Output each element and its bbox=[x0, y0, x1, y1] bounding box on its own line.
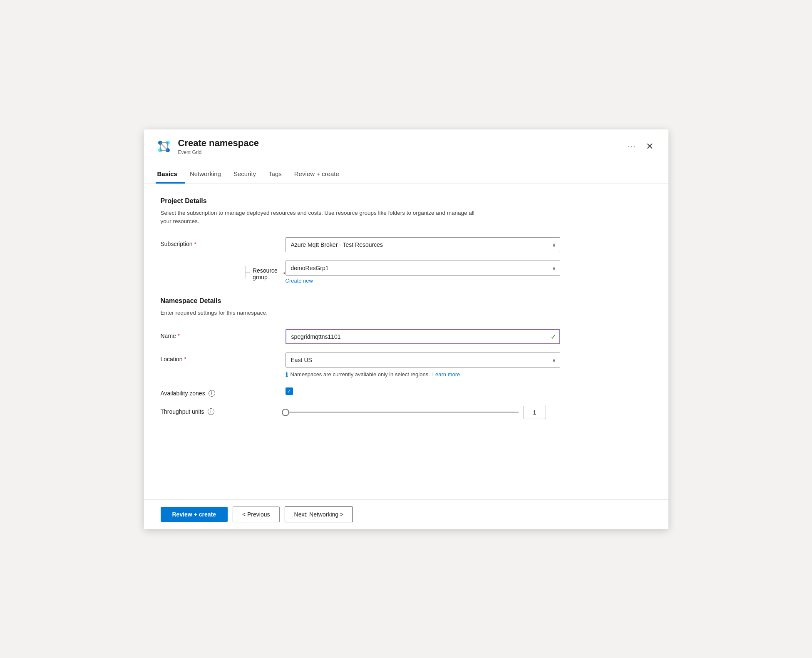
dialog-subtitle: Event Grid bbox=[178, 149, 623, 155]
review-create-button[interactable]: Review + create bbox=[161, 507, 228, 522]
dialog-footer: Review + create < Previous Next: Network… bbox=[144, 499, 668, 529]
location-label: Location * bbox=[161, 353, 286, 363]
tab-security[interactable]: Security bbox=[232, 165, 263, 184]
create-new-link[interactable]: Create new bbox=[286, 278, 313, 284]
availability-zones-checkbox[interactable]: ✓ bbox=[286, 387, 293, 395]
namespace-details-title: Namespace Details bbox=[161, 297, 652, 305]
dialog-title: Create namespace bbox=[178, 138, 623, 149]
event-grid-icon bbox=[156, 138, 172, 155]
location-info-icon: ℹ bbox=[286, 370, 288, 378]
close-button[interactable]: ✕ bbox=[643, 139, 657, 154]
location-required: * bbox=[184, 356, 186, 362]
project-details-title: Project Details bbox=[161, 197, 652, 205]
throughput-slider-wrap: 1 bbox=[286, 405, 560, 419]
namespace-details-desc: Enter required settings for this namespa… bbox=[161, 309, 485, 317]
resource-group-dropdown[interactable]: demoResGrp1 bbox=[286, 261, 560, 276]
subscription-label: Subscription * bbox=[161, 237, 286, 247]
learn-more-link[interactable]: Learn more bbox=[432, 371, 460, 377]
throughput-units-info-icon[interactable]: i bbox=[208, 408, 214, 415]
more-options-button[interactable]: ··· bbox=[628, 142, 636, 151]
slider-thumb[interactable] bbox=[282, 409, 289, 416]
header-title-group: Create namespace Event Grid bbox=[178, 138, 623, 155]
availability-zones-control: ✓ bbox=[286, 387, 560, 395]
location-dropdown[interactable]: East US bbox=[286, 353, 560, 367]
name-input[interactable] bbox=[286, 329, 560, 344]
availability-zones-label: Availability zones i bbox=[161, 387, 286, 397]
name-required: * bbox=[178, 333, 180, 339]
availability-zones-info-icon[interactable]: i bbox=[209, 390, 215, 397]
next-button[interactable]: Next: Networking > bbox=[285, 507, 353, 522]
availability-zones-row: Availability zones i ✓ bbox=[161, 387, 652, 397]
throughput-value-box: 1 bbox=[524, 406, 546, 419]
location-control: East US ∨ ℹ Namespaces are currently ava… bbox=[286, 353, 560, 378]
location-info-msg: ℹ Namespaces are currently available onl… bbox=[286, 370, 560, 378]
throughput-units-row: Throughput units i 1 bbox=[161, 405, 652, 419]
subscription-required: * bbox=[194, 241, 196, 247]
resource-group-control: demoResGrp1 ∨ Create new bbox=[286, 261, 560, 284]
throughput-units-control: 1 bbox=[286, 405, 560, 419]
project-details-section: Project Details Select the subscription … bbox=[161, 197, 652, 284]
availability-zones-checkbox-wrap: ✓ bbox=[286, 387, 560, 395]
name-row: Name * ✓ bbox=[161, 329, 652, 344]
name-input-wrap: ✓ bbox=[286, 329, 560, 344]
checkbox-check-icon: ✓ bbox=[287, 389, 291, 394]
subscription-row: Subscription * Azure Mqtt Broker - Test … bbox=[161, 237, 652, 252]
subscription-dropdown-wrap: Azure Mqtt Broker - Test Resources ∨ bbox=[286, 237, 560, 252]
form-content: Project Details Select the subscription … bbox=[144, 184, 668, 499]
location-row: Location * East US ∨ ℹ Namespaces are cu… bbox=[161, 353, 652, 378]
name-control: ✓ bbox=[286, 329, 560, 344]
resource-group-label-indent: Resource group * bbox=[161, 261, 286, 281]
tab-tags[interactable]: Tags bbox=[267, 165, 289, 184]
tab-networking[interactable]: Networking bbox=[188, 165, 228, 184]
tab-review-create[interactable]: Review + create bbox=[293, 165, 347, 184]
create-namespace-dialog: Create namespace Event Grid ··· ✕ Basics… bbox=[144, 129, 668, 529]
name-valid-icon: ✓ bbox=[551, 333, 556, 340]
subscription-control: Azure Mqtt Broker - Test Resources ∨ bbox=[286, 237, 560, 252]
dialog-header: Create namespace Event Grid ··· ✕ bbox=[144, 129, 668, 162]
previous-button[interactable]: < Previous bbox=[233, 507, 280, 522]
resource-group-dropdown-wrap: demoResGrp1 ∨ bbox=[286, 261, 560, 276]
subscription-dropdown[interactable]: Azure Mqtt Broker - Test Resources bbox=[286, 237, 560, 252]
indent-horizontal-line bbox=[245, 272, 250, 273]
location-dropdown-wrap: East US ∨ bbox=[286, 353, 560, 367]
close-icon: ✕ bbox=[646, 141, 653, 151]
throughput-slider[interactable] bbox=[286, 412, 519, 413]
tab-basics[interactable]: Basics bbox=[156, 165, 185, 184]
tab-bar: Basics Networking Security Tags Review +… bbox=[144, 165, 668, 184]
resource-group-row: Resource group * demoResGrp1 ∨ Create ne… bbox=[161, 261, 652, 284]
project-details-desc: Select the subscription to manage deploy… bbox=[161, 209, 485, 226]
namespace-details-section: Namespace Details Enter required setting… bbox=[161, 297, 652, 419]
throughput-units-label: Throughput units i bbox=[161, 405, 286, 415]
name-label: Name * bbox=[161, 329, 286, 339]
